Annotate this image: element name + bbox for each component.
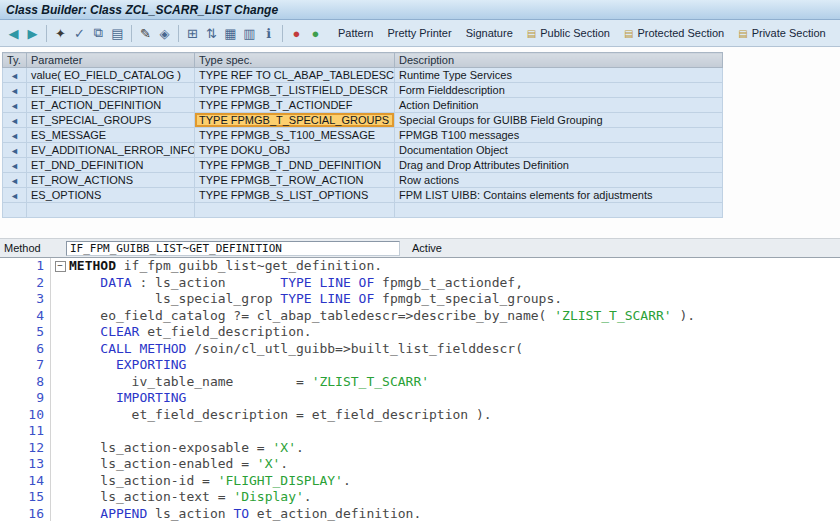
toolbar-separator	[46, 25, 47, 42]
toolbar-button-public-section[interactable]: ▤Public Section	[520, 25, 617, 41]
description-cell[interactable]: Special Groups for GUIBB Field Grouping	[395, 113, 723, 128]
code-line[interactable]: 2 DATA : ls_action TYPE LINE OF fpmgb_t_…	[0, 275, 840, 292]
export-parameter-icon: ◄	[10, 146, 19, 156]
toolbar-button-label: Public Section	[540, 27, 610, 39]
test-icon[interactable]: ◈	[155, 23, 174, 43]
line-number: 2	[0, 275, 51, 292]
description-cell[interactable]: FPM LIST UIBB: Contains elements for adj…	[395, 188, 723, 203]
code-line[interactable]: 1−METHOD if_fpm_guibb_list~get_definitio…	[0, 258, 840, 275]
code-line[interactable]: 10 et_field_description = et_field_descr…	[0, 407, 840, 424]
code-text: CLEAR et_field_description.	[69, 324, 312, 341]
param-type-cell[interactable]: ◄	[3, 68, 27, 83]
code-line[interactable]: 9 IMPORTING	[0, 390, 840, 407]
method-input[interactable]	[66, 241, 400, 256]
collapse-icon[interactable]: −	[55, 261, 66, 272]
type-spec-cell[interactable]: TYPE REF TO CL_ABAP_TABLEDESCR	[195, 68, 395, 83]
code-segment: IMPORTING	[116, 390, 186, 405]
parameter-cell[interactable]: EV_ADDITIONAL_ERROR_INFO	[27, 143, 195, 158]
description-cell[interactable]: Form Fielddescription	[395, 83, 723, 98]
toolbar-button-pattern[interactable]: Pattern	[331, 25, 380, 41]
fold-column	[51, 473, 69, 490]
code-line[interactable]: 5 CLEAR et_field_description.	[0, 324, 840, 341]
code-line[interactable]: 4 eo_field_catalog ?= cl_abap_tabledescr…	[0, 308, 840, 325]
type-spec-cell[interactable]: TYPE FPMGB_S_LIST_OPTIONS	[195, 188, 395, 203]
description-cell[interactable]: Drag and Drop Attributes Definition	[395, 158, 723, 173]
description-cell[interactable]: Row actions	[395, 173, 723, 188]
param-type-cell[interactable]: ◄	[3, 98, 27, 113]
fold-column	[51, 440, 69, 457]
parameter-cell[interactable]: ET_SPECIAL_GROUPS	[27, 113, 195, 128]
code-text: ls_action-text = 'Display'.	[69, 489, 312, 506]
toolbar-button-private-section[interactable]: ▤Private Section	[731, 25, 832, 41]
parameter-cell[interactable]: ET_ROW_ACTIONS	[27, 173, 195, 188]
toolbar-button-protected-section[interactable]: ▤Protected Section	[617, 25, 731, 41]
method-bar: Method Active	[0, 238, 840, 257]
code-editor[interactable]: 1−METHOD if_fpm_guibb_list~get_definitio…	[0, 257, 840, 521]
fold-column	[51, 341, 69, 358]
save-icon[interactable]: ▤	[108, 23, 127, 43]
code-segment: ls_action-id =	[69, 473, 218, 488]
wand-icon[interactable]: ✦	[51, 23, 70, 43]
code-segment: 'FLIGHT_DISPLAY'	[218, 473, 343, 488]
copy-icon[interactable]: ⧉	[89, 23, 108, 43]
code-line[interactable]: 7 EXPORTING	[0, 357, 840, 374]
refresh-icon[interactable]: ●	[306, 23, 325, 43]
code-line[interactable]: 8 iv_table_name = 'ZLIST_T_SCARR'	[0, 374, 840, 391]
code-line[interactable]: 16 APPEND ls_action TO et_action_definit…	[0, 506, 840, 521]
type-spec-cell[interactable]: TYPE DOKU_OBJ	[195, 143, 395, 158]
line-number: 4	[0, 308, 51, 325]
toolbar-button-pretty-printer[interactable]: Pretty Printer	[380, 25, 458, 41]
back-icon[interactable]: ◀	[4, 23, 23, 43]
where-used-icon[interactable]: ●	[287, 23, 306, 43]
param-type-cell[interactable]: ◄	[3, 113, 27, 128]
parameter-cell[interactable]: ES_OPTIONS	[27, 188, 195, 203]
parameter-cell[interactable]: ET_DND_DEFINITION	[27, 158, 195, 173]
table-row: ◄EV_ADDITIONAL_ERROR_INFOTYPE DOKU_OBJDo…	[3, 143, 723, 158]
code-line[interactable]: 13 ls_action-enabled = 'X'.	[0, 456, 840, 473]
toolbar-button-signature[interactable]: Signature	[459, 25, 520, 41]
code-text: ls_action-enabled = 'X'.	[69, 456, 288, 473]
type-spec-cell[interactable]: TYPE FPMGB_T_DND_DEFINITION	[195, 158, 395, 173]
code-line[interactable]: 15 ls_action-text = 'Display'.	[0, 489, 840, 506]
param-type-cell[interactable]: ◄	[3, 158, 27, 173]
type-spec-cell[interactable]: TYPE FPMGB_T_LISTFIELD_DESCR	[195, 83, 395, 98]
hierarchy-icon[interactable]: ⊞	[183, 23, 202, 43]
parameter-cell[interactable]: ES_MESSAGE	[27, 128, 195, 143]
code-line[interactable]: 6 CALL METHOD /soin/cl_utl_guibb=>built_…	[0, 341, 840, 358]
param-type-cell[interactable]: ◄	[3, 143, 27, 158]
description-cell[interactable]: FPMGB T100 messages	[395, 128, 723, 143]
description-cell[interactable]: Runtime Type Services	[395, 68, 723, 83]
table-row: ◄ET_DND_DEFINITIONTYPE FPMGB_T_DND_DEFIN…	[3, 158, 723, 173]
code-line[interactable]: 14 ls_action-id = 'FLIGHT_DISPLAY'.	[0, 473, 840, 490]
parameter-cell[interactable]: value( EO_FIELD_CATALOG )	[27, 68, 195, 83]
description-cell[interactable]: Documentation Object	[395, 143, 723, 158]
window-title: Class Builder: Class ZCL_SCARR_LIST Chan…	[6, 3, 278, 17]
column-header-type-spec-[interactable]: Type spec.	[195, 53, 395, 68]
description-cell[interactable]: Action Definition	[395, 98, 723, 113]
column-icon[interactable]: ▥	[240, 23, 259, 43]
code-line[interactable]: 11	[0, 423, 840, 440]
code-line[interactable]: 3 ls_special_grop TYPE LINE OF fpmgb_t_s…	[0, 291, 840, 308]
check-icon[interactable]: ✓	[70, 23, 89, 43]
table-settings-icon[interactable]: ▦	[221, 23, 240, 43]
type-spec-cell[interactable]: TYPE FPMGB_T_ACTIONDEF	[195, 98, 395, 113]
forward-icon[interactable]: ▶	[23, 23, 42, 43]
column-header-description[interactable]: Description	[395, 53, 723, 68]
type-spec-cell[interactable]: TYPE FPMGB_T_ROW_ACTION	[195, 173, 395, 188]
type-spec-cell[interactable]: TYPE FPMGB_S_T100_MESSAGE	[195, 128, 395, 143]
type-spec-cell[interactable]: TYPE FPMGB_T_SPECIAL_GROUPS	[195, 113, 395, 128]
sort-icon[interactable]: ⇅	[202, 23, 221, 43]
parameter-cell[interactable]: ET_ACTION_DEFINITION	[27, 98, 195, 113]
param-type-cell[interactable]: ◄	[3, 188, 27, 203]
toolbar: ◀▶✦✓⧉▤✎◈⊞⇅▦▥ℹ●● PatternPretty PrinterSig…	[0, 20, 840, 47]
parameter-cell[interactable]: ET_FIELD_DESCRIPTION	[27, 83, 195, 98]
info-icon[interactable]: ℹ	[259, 23, 278, 43]
param-type-cell[interactable]: ◄	[3, 173, 27, 188]
column-header-parameter[interactable]: Parameter	[27, 53, 195, 68]
display-change-icon[interactable]: ✎	[136, 23, 155, 43]
param-type-cell[interactable]: ◄	[3, 83, 27, 98]
column-header-ty-[interactable]: Ty.	[3, 53, 27, 68]
param-type-cell[interactable]: ◄	[3, 128, 27, 143]
code-text: ls_special_grop TYPE LINE OF fpmgb_t_spe…	[69, 291, 562, 308]
code-line[interactable]: 12 ls_action-exposable = 'X'.	[0, 440, 840, 457]
